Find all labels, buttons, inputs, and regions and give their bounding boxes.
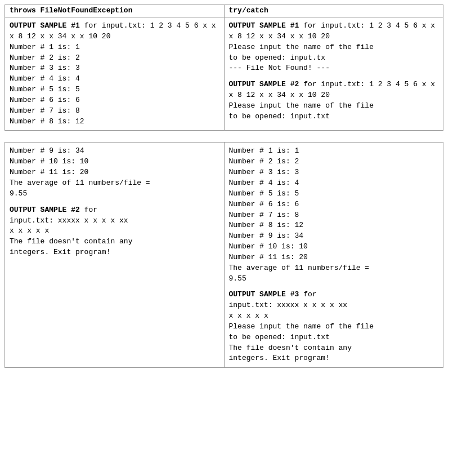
top-col1-header: throws FileNotFoundException — [5, 5, 224, 17]
top-col2-sample1-line3: --- File Not Found! --- — [229, 64, 330, 72]
bottom-table: Number # 9 is: 34 Number # 10 is: 10 Num… — [5, 142, 443, 368]
bottom-col2-sample3-line6: integers. Exit program! — [229, 354, 330, 362]
bottom-col2-sample3-line4: to be opened: input.txt — [229, 333, 330, 341]
top-col1-number2: Number # 2 is: 2 — [10, 54, 80, 62]
bottom-col2-number5: Number # 5 is: 5 — [229, 189, 299, 198]
bottom-col2-number10: Number # 10 is: 10 — [229, 242, 308, 251]
bottom-col2-number6: Number # 6 is: 6 — [229, 200, 299, 208]
top-col2-sample2-label: OUTPUT SAMPLE #2 — [229, 80, 299, 88]
bottom-col2-number3: Number # 3 is: 3 — [229, 168, 299, 176]
top-col2-sample1-line2: to be opened: input.tx — [229, 54, 326, 62]
top-col2-header: try/catch — [225, 5, 443, 17]
bottom-col2-number9: Number # 9 is: 34 — [229, 232, 304, 240]
top-col2-sample1-line1: Please input the name of the file — [229, 43, 374, 51]
bottom-col1-sample2-section: OUTPUT SAMPLE #2 for input.txt: xxxxx x … — [10, 205, 219, 258]
top-col2-content: OUTPUT SAMPLE #1 for input.txt: 1 2 3 4 … — [225, 17, 443, 126]
top-col1-number3: Number # 3 is: 3 — [10, 64, 80, 72]
bottom-col1-sample2-for: for — [80, 206, 97, 214]
bottom-col2-average1: The average of 11 numbers/file = — [229, 264, 370, 272]
bottom-col2-sample3-line2: x x x x x — [229, 312, 268, 320]
top-col1-number6: Number # 6 is: 6 — [10, 96, 80, 104]
bottom-col2-sample3-line5: The file doesn't contain any — [229, 344, 352, 352]
top-col2-sample1-label: OUTPUT SAMPLE #1 for input.txt: 1 2 3 4 … — [229, 21, 436, 41]
top-col1-number5: Number # 5 is: 5 — [10, 85, 80, 94]
bottom-col1-number11: Number # 11 is: 20 — [10, 168, 88, 176]
bottom-col2-number1: Number # 1 is: 1 — [229, 146, 299, 155]
bottom-col2-sample3-line1: input.txt: xxxxx x x x x xx — [229, 301, 348, 309]
bottom-col1-sample2-line2: x x x x x — [10, 226, 49, 235]
bottom-col2-number8: Number # 8 is: 12 — [229, 221, 304, 229]
top-col1-number7: Number # 7 is: 8 — [10, 106, 80, 115]
bottom-col2-average2: 9.55 — [229, 274, 246, 283]
top-col2-sample2-section: OUTPUT SAMPLE #2 for input.txt: 1 2 3 4 … — [229, 79, 439, 122]
top-col2-sample2-line1: Please input the name of the file — [229, 101, 374, 110]
bottom-col1-number10: Number # 10 is: 10 — [10, 157, 88, 166]
bottom-col2-sample3-line3: Please input the name of the file — [229, 322, 374, 331]
bottom-col1-sample2-line1: input.txt: xxxxx x x x x xx — [10, 216, 128, 225]
top-col1-number4: Number # 4 is: 4 — [10, 74, 80, 83]
bottom-col1-content: Number # 9 is: 34 Number # 10 is: 10 Num… — [5, 143, 224, 261]
bottom-col2-sample3-label: OUTPUT SAMPLE #3 — [229, 290, 299, 299]
bottom-col2-number2: Number # 2 is: 2 — [229, 157, 299, 166]
bottom-col2-number11: Number # 11 is: 20 — [229, 253, 308, 261]
bottom-col2-number4: Number # 4 is: 4 — [229, 179, 299, 187]
bottom-col2-number7: Number # 7 is: 8 — [229, 211, 299, 219]
top-col1-number1: Number # 1 is: 1 — [10, 43, 80, 51]
bottom-col1-number9: Number # 9 is: 34 — [10, 146, 84, 155]
top-table: throws FileNotFoundException OUTPUT SAMP… — [5, 5, 443, 131]
bottom-col2-sample3-section: OUTPUT SAMPLE #3 for input.txt: xxxxx x … — [229, 290, 439, 364]
bottom-col1-sample2-line3: The file doesn't contain any — [10, 237, 132, 246]
bottom-col1-sample2-label: OUTPUT SAMPLE #2 — [10, 206, 80, 214]
top-col1-number8: Number # 8 is: 12 — [10, 117, 84, 126]
bottom-col1-average2: 9.55 — [10, 189, 27, 198]
top-col1-sample1-label: OUTPUT SAMPLE #1 for input.txt: 1 2 3 4 … — [10, 21, 216, 41]
top-col1-content: OUTPUT SAMPLE #1 for input.txt: 1 2 3 4 … — [5, 17, 224, 130]
bottom-col1-sample2-line4: integers. Exit program! — [10, 248, 110, 256]
bottom-col2-content: Number # 1 is: 1 Number # 2 is: 2 Number… — [225, 143, 443, 367]
bottom-col2-sample3-for: for — [299, 290, 316, 299]
top-col2-sample2-line2: to be opened: input.txt — [229, 112, 330, 121]
bottom-col1-average1: The average of 11 numbers/file = — [10, 179, 150, 187]
